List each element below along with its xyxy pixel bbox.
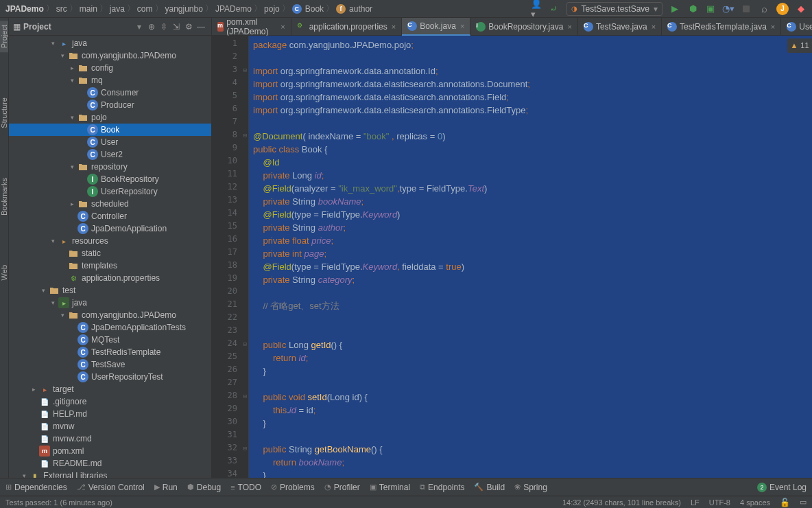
tree-node-help-md[interactable]: 📄HELP.md [9,408,211,420]
tree-node-mq[interactable]: ▾mq [9,74,211,86]
line-number[interactable]: 13 [212,195,248,208]
code-line[interactable] [253,378,812,391]
code-editor[interactable]: ▲ 11 ˆ ˇ package com.yangjunbo.JPADemo.p… [249,36,812,490]
tree-node-user[interactable]: CUser [9,136,211,148]
tree-node-pojo[interactable]: ▾pojo [9,111,211,124]
line-number[interactable]: 14 [212,208,248,221]
avatar[interactable]: J [776,3,789,15]
breadcrumb-segment[interactable]: java [110,4,125,14]
line-number[interactable]: 6 [212,104,248,117]
code-line[interactable]: private float price; [253,234,812,247]
breadcrumb-segment[interactable]: JPADemo [215,4,252,14]
tool-profiler[interactable]: ◔Profiler [324,483,360,492]
locate-icon[interactable]: ⊕ [145,21,158,33]
code-line[interactable]: public String getBookName() { [253,443,812,456]
code-line[interactable]: package com.yangjunbo.JPADemo.pojo; [253,38,812,51]
code-line[interactable]: return bookName; [253,456,812,469]
line-number[interactable]: 22 [212,312,248,325]
expand-arrow-icon[interactable]: ▾ [67,114,77,121]
tree-node-java[interactable]: ▾▸java [9,37,211,49]
code-line[interactable]: import org.springframework.data.elastics… [253,78,812,91]
code-line[interactable]: import org.springframework.data.elastics… [253,104,812,117]
code-line[interactable]: // 省略get、set方法 [253,299,812,312]
line-number[interactable]: 27 [212,378,248,391]
close-tab-icon[interactable]: × [280,23,285,31]
build-icon[interactable]: ⤾ [549,3,560,14]
hide-icon[interactable]: — [195,21,207,33]
breadcrumb-segment[interactable]: author [349,4,372,14]
code-line[interactable]: import org.springframework.data.elastics… [253,91,812,104]
search-icon[interactable]: ⌕ [759,3,769,14]
tree-node-readme-md[interactable]: 📄README.md [9,457,211,470]
code-line[interactable]: public Long getId() { [253,338,812,351]
line-number[interactable]: 20 [212,286,248,299]
code-line[interactable]: @Document( indexName = "book" , replicas… [253,130,812,143]
tree-node-mvnw[interactable]: 📄mvnw [9,420,211,432]
tab-project[interactable]: Project [0,21,8,52]
line-number[interactable]: 33 [212,456,248,469]
code-line[interactable]: @Field(type = FieldType.Keyword) [253,208,812,221]
line-number[interactable]: 32 [212,443,248,456]
editor-tab-bookrepository-java[interactable]: IBookRepository.java× [470,18,578,36]
code-line[interactable]: public class Book { [253,143,812,156]
tree-node-mvnw-cmd[interactable]: 📄mvnw.cmd [9,432,211,445]
expand-arrow-icon[interactable]: ▸ [67,65,77,71]
line-number[interactable]: 3 [212,65,248,78]
tree-node-config[interactable]: ▸config [9,62,211,74]
code-line[interactable]: @Id [253,156,812,169]
tool-problems[interactable]: ⊘Problems [271,483,315,492]
editor-tab-pom-xml-jpademo-[interactable]: mpom.xml (JPADemo)× [212,18,291,36]
line-number[interactable]: 29 [212,404,248,417]
project-view-icon[interactable]: ▦ [13,22,21,32]
line-number[interactable]: 8 [212,130,248,143]
caret-position[interactable]: 14:32 (2493 chars, 101 line breaks) [562,498,681,507]
tree-node-jpademoapplicationtests[interactable]: CJpaDemoApplicationTests [9,321,211,334]
code-line[interactable]: private String category; [253,273,812,286]
expand-arrow-icon[interactable]: ▸ [67,200,77,207]
inspection-widget[interactable]: ▲ 11 ˆ ˇ [787,38,812,53]
collapse-icon[interactable]: ⇲ [170,21,182,33]
stop-icon[interactable] [741,3,752,14]
expand-arrow-icon[interactable]: ▾ [57,52,68,59]
code-line[interactable] [253,286,812,299]
tree-node-book[interactable]: CBook [9,124,211,136]
expand-arrow-icon[interactable]: ▾ [47,299,58,306]
line-number[interactable]: 25 [212,351,248,365]
line-number[interactable]: 10 [212,156,248,169]
tool-version-control[interactable]: ⎇Version Control [77,483,145,492]
line-number[interactable]: 19 [212,273,248,286]
code-line[interactable]: @Field(analyzer = "ik_max_word",type = F… [253,182,812,195]
tool-run[interactable]: ▶Run [154,483,178,492]
tree-node-producer[interactable]: CProducer [9,99,211,111]
line-number[interactable]: 21 [212,299,248,312]
code-line[interactable]: private Long id; [253,169,812,182]
tool-spring[interactable]: ❀Spring [514,483,547,492]
tree-node-templates[interactable]: templates [9,259,211,272]
tree-node-resources[interactable]: ▾▸resources [9,235,211,247]
code-line[interactable]: return id; [253,351,812,365]
line-number[interactable]: 17 [212,247,248,260]
tree-node-scheduled[interactable]: ▸scheduled [9,198,211,210]
line-number[interactable]: 30 [212,417,248,430]
line-number[interactable]: 24 [212,338,248,351]
breadcrumb-segment[interactable]: main [80,4,97,14]
editor-tab-testsave-java[interactable]: CTestSave.java× [578,18,662,36]
tree-node-user2[interactable]: CUser2 [9,148,211,161]
editor-tab-book-java[interactable]: CBook.java× [402,18,470,36]
tree-node-testsave[interactable]: CTestSave [9,358,211,371]
expand-arrow-icon[interactable]: ▾ [67,163,77,170]
line-number[interactable]: 11 [212,169,248,182]
line-number[interactable]: 5 [212,91,248,104]
close-tab-icon[interactable]: × [567,23,571,31]
tree-node-java[interactable]: ▾▸java [9,297,211,309]
line-number[interactable]: 1 [212,38,248,51]
tab-web[interactable]: Web [0,261,8,284]
gear-icon[interactable]: ⚙ [182,21,195,33]
line-number[interactable]: 28 [212,391,248,404]
tree-node-jpademoapplication[interactable]: CJpaDemoApplication [9,222,211,235]
coverage-icon[interactable]: ▣ [705,3,716,14]
tab-structure[interactable]: Structure [0,93,8,132]
code-line[interactable] [253,430,812,443]
code-line[interactable]: private String author; [253,221,812,234]
line-number[interactable]: 15 [212,221,248,234]
